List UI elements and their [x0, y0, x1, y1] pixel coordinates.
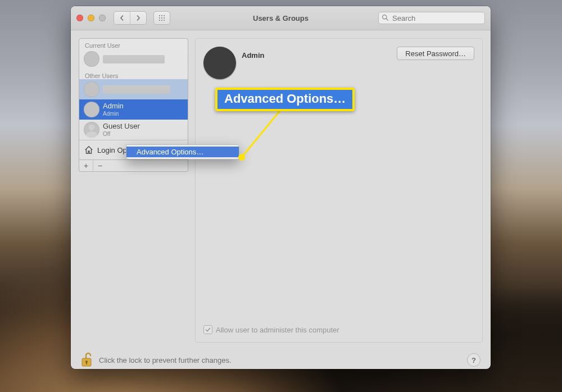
plus-icon: + — [84, 162, 88, 170]
user-labels: Admin Admin — [103, 102, 124, 117]
user-labels: Guest User Off — [103, 122, 140, 137]
administer-checkbox[interactable] — [203, 325, 212, 334]
svg-rect-13 — [86, 362, 87, 364]
home-icon — [84, 145, 94, 155]
minimize-window-button[interactable] — [88, 15, 94, 21]
svg-rect-0 — [159, 15, 160, 16]
redacted-name — [103, 85, 170, 94]
svg-rect-8 — [164, 20, 165, 21]
minus-icon: − — [98, 162, 102, 170]
search-field-wrap — [378, 12, 485, 24]
user-status: Off — [103, 131, 140, 138]
reset-password-label: Reset Password… — [405, 49, 466, 58]
callout-label: Advanced Options… — [224, 92, 346, 106]
annotation-callout: Advanced Options… — [215, 88, 355, 111]
footer-bar: Click the lock to prevent further change… — [71, 343, 491, 369]
user-detail-panel: Admin Reset Password… Allow user to admi… — [195, 38, 483, 343]
search-input[interactable] — [378, 12, 485, 24]
forward-button[interactable] — [130, 12, 146, 24]
user-role: Admin — [103, 111, 124, 117]
check-icon — [205, 327, 211, 332]
user-avatar-large[interactable] — [203, 47, 236, 79]
user-name: Guest User — [103, 122, 140, 131]
lock-icon[interactable] — [81, 352, 93, 368]
svg-rect-1 — [161, 15, 162, 16]
section-label-current-user: Current User — [79, 39, 188, 49]
help-button[interactable]: ? — [467, 353, 481, 367]
add-remove-bar: + − — [79, 160, 188, 172]
grid-icon — [159, 15, 165, 21]
user-labels — [103, 85, 183, 94]
menu-item-advanced-options[interactable]: Advanced Options… — [126, 147, 239, 157]
user-item-other-1[interactable] — [79, 79, 188, 99]
window-controls — [76, 15, 106, 21]
nav-back-forward — [114, 11, 147, 25]
show-all-button-group — [153, 11, 170, 25]
lock-help-text: Click the lock to prevent further change… — [99, 356, 232, 364]
administer-label: Allow user to administer this computer — [216, 326, 339, 334]
zoom-window-button[interactable] — [99, 15, 106, 21]
sidebar-column: Current User Other Users — [79, 38, 188, 343]
user-display-name: Admin — [242, 51, 264, 60]
avatar-image — [84, 81, 99, 97]
back-button[interactable] — [114, 12, 130, 24]
show-all-prefs-button[interactable] — [154, 12, 170, 24]
avatar-image — [84, 51, 99, 67]
svg-rect-6 — [159, 20, 160, 21]
user-item-guest[interactable]: Guest User Off — [79, 120, 188, 140]
chevron-left-icon — [119, 15, 125, 21]
content-area: Current User Other Users — [71, 30, 491, 343]
add-user-button[interactable]: + — [79, 160, 93, 171]
svg-rect-5 — [164, 17, 165, 19]
section-label-other-users: Other Users — [79, 69, 188, 79]
svg-rect-3 — [159, 17, 160, 19]
avatar-image — [84, 102, 99, 117]
close-window-button[interactable] — [76, 15, 83, 21]
user-labels — [103, 55, 183, 63]
svg-rect-4 — [161, 17, 162, 19]
redacted-name — [103, 55, 165, 63]
remove-user-button[interactable]: − — [93, 160, 107, 171]
help-glyph: ? — [472, 356, 476, 364]
user-context-menu: Advanced Options… — [126, 144, 239, 159]
user-list: Current User Other Users — [79, 38, 188, 160]
administer-checkbox-row: Allow user to administer this computer — [203, 325, 339, 334]
svg-rect-2 — [164, 15, 165, 16]
user-item-admin[interactable]: Admin Admin — [79, 99, 188, 120]
desktop-background: Users & Groups Current User Other Us — [0, 0, 562, 392]
user-item-current[interactable] — [79, 49, 188, 69]
chevron-right-icon — [135, 15, 141, 21]
menu-item-label: Advanced Options… — [137, 148, 203, 156]
user-name: Admin — [103, 102, 124, 111]
titlebar: Users & Groups — [71, 6, 491, 30]
svg-rect-7 — [161, 20, 162, 21]
reset-password-button[interactable]: Reset Password… — [397, 47, 474, 60]
users-and-groups-window: Users & Groups Current User Other Us — [71, 6, 491, 369]
avatar-image — [84, 122, 99, 138]
